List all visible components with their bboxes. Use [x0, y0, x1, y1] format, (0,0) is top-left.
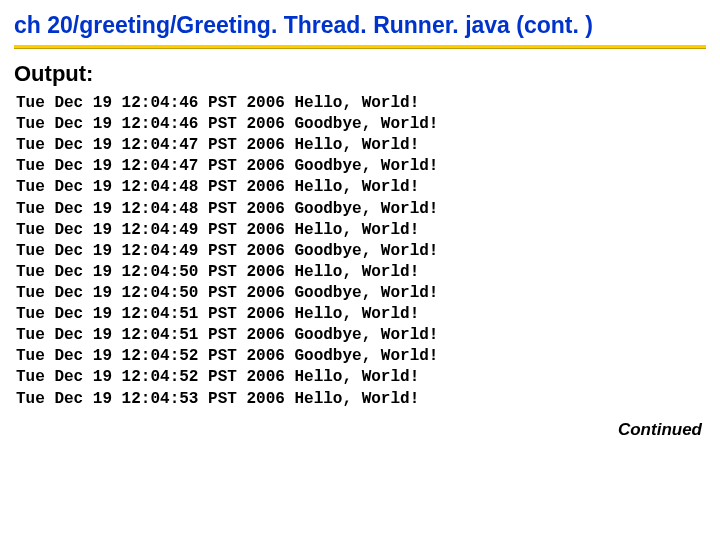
output-heading: Output: — [14, 61, 706, 87]
program-output: Tue Dec 19 12:04:46 PST 2006 Hello, Worl… — [16, 93, 706, 410]
title-underline — [14, 45, 706, 49]
continued-label: Continued — [618, 420, 702, 440]
slide-title: ch 20/greeting/Greeting. Thread. Runner.… — [14, 12, 706, 43]
